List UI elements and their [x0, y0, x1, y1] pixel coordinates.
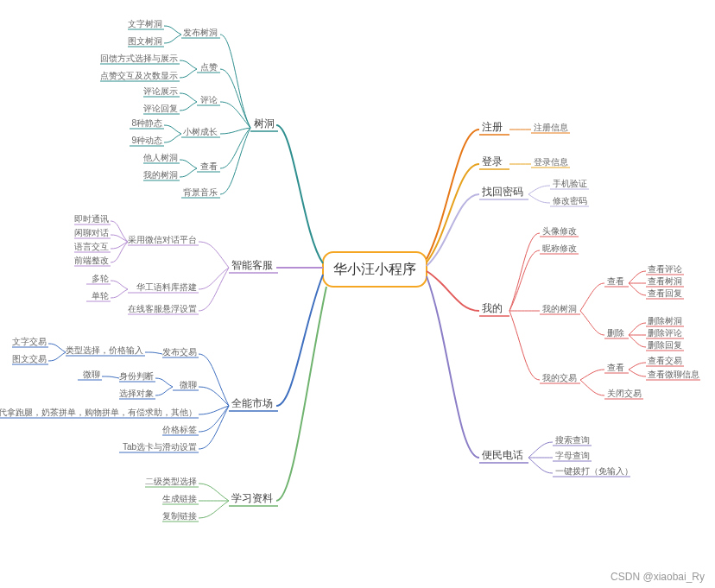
- leaf: 采用微信对话平台: [128, 235, 197, 244]
- leaf: 昵称修改: [542, 243, 577, 253]
- leaf: 查看: [200, 161, 218, 171]
- leaf: 查看: [607, 363, 624, 372]
- leaf: 我的树洞: [542, 304, 577, 313]
- leaf: 身份判断: [119, 371, 154, 381]
- leaf: 发布树洞: [183, 28, 218, 37]
- leaf: 头像修改: [542, 226, 577, 236]
- branch-shichang[interactable]: 全能市场: [229, 397, 278, 411]
- leaf: 他人树洞: [143, 153, 178, 162]
- svg-text:学习资料: 学习资料: [231, 492, 273, 504]
- leaf: 手机验证: [553, 179, 587, 188]
- leaf: 价格标签: [161, 425, 197, 434]
- leaf: 查看回复: [648, 288, 682, 298]
- leaf: 删除回复: [648, 340, 682, 350]
- leaf: 微聊: [83, 370, 100, 379]
- leaf: 删除: [607, 328, 624, 338]
- leaf: 文字树洞: [128, 19, 162, 28]
- leaf: 注册信息: [534, 123, 568, 132]
- leaf: 华工语料库搭建: [136, 282, 197, 292]
- svg-text:找回密码: 找回密码: [481, 186, 523, 198]
- leaf: 我的交易: [542, 373, 577, 383]
- leaf: 类型选择，价格输入: [66, 345, 143, 355]
- leaf: 关闭交易: [607, 389, 642, 398]
- leaf: 登录信息: [534, 157, 568, 167]
- leaf: 二级类型选择: [145, 477, 197, 486]
- leaf: 背景音乐: [183, 187, 218, 197]
- leaf: 搜索查询: [555, 435, 590, 445]
- leaf: 在线客服悬浮设置: [128, 304, 197, 313]
- leaf: 多轮: [92, 274, 109, 283]
- branch-wode[interactable]: 我的: [479, 302, 509, 316]
- leaf: 选择对象: [119, 389, 154, 398]
- svg-text:全能市场: 全能市场: [231, 397, 273, 409]
- leaf: 复制链接: [162, 511, 197, 521]
- leaf: 我的树洞: [143, 170, 178, 180]
- leaf: 点赞交互及次数显示: [100, 71, 178, 80]
- watermark: CSDN @xiaobai_Ry: [611, 571, 705, 583]
- leaf: 发布交易: [162, 347, 197, 357]
- leaf: 评论: [200, 95, 218, 104]
- leaf: 查看树洞: [648, 276, 682, 286]
- leaf: 语言交互: [74, 242, 109, 251]
- leaf: 修改密码: [553, 196, 587, 205]
- branch-zhaohui[interactable]: 找回密码: [479, 186, 528, 199]
- leaf: Tab选卡与滑动设置: [123, 442, 197, 452]
- leaf: 评论展示: [143, 86, 178, 96]
- branch-bianmin[interactable]: 便民电话: [479, 449, 528, 463]
- leaf: 字母查询: [555, 451, 590, 460]
- svg-text:便民电话: 便民电话: [482, 449, 523, 461]
- leaf: 查看交易: [648, 356, 682, 365]
- center-node[interactable]: 华小汪小程序: [323, 252, 427, 287]
- leaf: 删除树洞: [648, 316, 682, 326]
- leaf: 图文树洞: [128, 36, 162, 46]
- svg-text:注册: 注册: [482, 121, 503, 133]
- center-label: 华小汪小程序: [333, 262, 416, 276]
- leaf: 微聊: [180, 380, 197, 389]
- leaf: 8种静态: [131, 118, 162, 128]
- leaf: 9种动态: [131, 136, 162, 145]
- leaf: 交易标签（二手类，代拿跑腿，奶茶拼单，购物拼单，有偿求助，其他）: [0, 408, 197, 417]
- svg-text:登录: 登录: [482, 155, 503, 168]
- leaf: 查看微聊信息: [648, 370, 699, 379]
- branch-denglu[interactable]: 登录: [479, 155, 509, 169]
- leaf: 一键拨打（免输入）: [555, 466, 633, 476]
- leaf: 回馈方式选择与展示: [100, 54, 178, 63]
- svg-text:我的: 我的: [482, 302, 503, 314]
- leaf: 图文交易: [12, 354, 47, 364]
- branch-xuexi[interactable]: 学习资料: [229, 492, 278, 506]
- leaf: 闲聊对话: [74, 228, 109, 237]
- svg-text:智能客服: 智能客服: [231, 259, 273, 271]
- branch-zhuce[interactable]: 注册: [479, 121, 509, 135]
- branch-kefu[interactable]: 智能客服: [229, 259, 278, 273]
- leaf: 即时通讯: [74, 214, 109, 224]
- leaf: 删除评论: [648, 328, 682, 338]
- leaf: 查看评论: [648, 264, 682, 274]
- leaf: 前端整改: [74, 256, 109, 265]
- leaf: 点赞: [200, 62, 218, 72]
- leaf: 单轮: [92, 291, 109, 300]
- branch-shudong[interactable]: 树洞: [250, 117, 278, 131]
- leaf: 文字交易: [12, 337, 47, 346]
- svg-text:树洞: 树洞: [254, 117, 275, 130]
- leaf: 评论回复: [143, 104, 178, 113]
- mindmap-canvas: 华小汪小程序 树洞 发布树洞 文字树洞 图文树洞 点赞 回馈方式选择与展示 点赞…: [0, 0, 715, 588]
- leaf: 生成链接: [162, 494, 197, 503]
- leaf: 小树成长: [183, 127, 218, 136]
- leaf: 查看: [607, 276, 624, 286]
